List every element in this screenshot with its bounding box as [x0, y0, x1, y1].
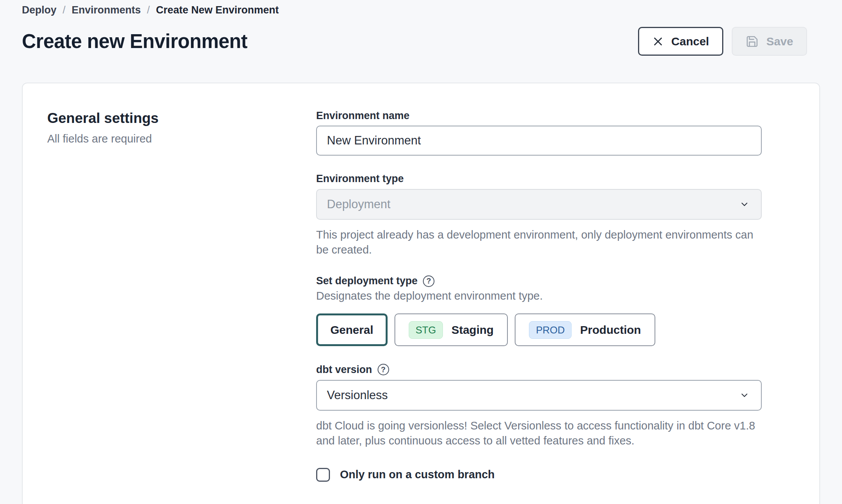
environment-name-field: Environment name [316, 110, 762, 156]
save-button[interactable]: Save [732, 27, 807, 56]
deployment-type-option-staging[interactable]: STG Staging [394, 313, 508, 346]
deployment-type-option-label: Production [580, 323, 641, 337]
breadcrumb-deploy[interactable]: Deploy [22, 4, 56, 16]
dbt-version-select[interactable]: Versionless [316, 380, 762, 411]
dbt-version-value: Versionless [327, 388, 388, 402]
staging-badge: STG [409, 321, 443, 339]
save-icon [746, 35, 759, 48]
page-header: Create new Environment Cancel [22, 27, 820, 56]
deployment-type-options: General STG Staging PROD Production [316, 313, 762, 346]
environment-type-field: Environment type Deployment This project… [316, 173, 762, 257]
dbt-version-field: dbt version ? Versionless dbt Cloud is g… [316, 364, 762, 449]
help-icon[interactable]: ? [378, 364, 389, 375]
page-title: Create new Environment [22, 30, 247, 53]
environment-name-input[interactable] [316, 126, 762, 156]
breadcrumb-environments[interactable]: Environments [72, 4, 141, 16]
general-settings-section: General settings All fields are required… [47, 110, 795, 482]
deployment-type-option-label: Staging [451, 323, 494, 337]
breadcrumb-separator: / [63, 4, 66, 16]
environment-name-label: Environment name [316, 110, 762, 121]
custom-branch-row[interactable]: Only run on a custom branch [316, 468, 762, 482]
breadcrumb: Deploy / Environments / Create New Envir… [22, 2, 820, 18]
production-badge: PROD [529, 321, 572, 339]
environment-type-help: This project already has a development e… [316, 227, 762, 258]
custom-branch-checkbox[interactable] [316, 468, 330, 482]
save-button-label: Save [766, 35, 793, 48]
deployment-type-field: Set deployment type ? Designates the dep… [316, 275, 762, 346]
close-icon [652, 36, 664, 47]
settings-card: General settings All fields are required… [22, 83, 820, 504]
deployment-type-description: Designates the deployment environment ty… [316, 288, 762, 303]
environment-type-label: Environment type [316, 173, 762, 184]
cancel-button-label: Cancel [671, 35, 709, 48]
section-heading-column: General settings All fields are required [47, 110, 316, 482]
environment-type-select: Deployment [316, 189, 762, 220]
header-actions: Cancel Save [638, 27, 807, 56]
page: Deploy / Environments / Create New Envir… [0, 0, 842, 504]
breadcrumb-current-page: Create New Environment [156, 4, 279, 16]
deployment-type-label: Set deployment type [316, 275, 418, 286]
deployment-type-option-general[interactable]: General [316, 313, 388, 346]
chevron-down-icon [739, 390, 749, 400]
environment-type-value: Deployment [327, 197, 390, 211]
section-subtitle: All fields are required [47, 133, 316, 145]
dbt-version-help: dbt Cloud is going versionless! Select V… [316, 418, 762, 449]
section-title: General settings [47, 110, 316, 126]
chevron-down-icon [739, 199, 749, 209]
cancel-button[interactable]: Cancel [638, 27, 723, 56]
deployment-type-option-label: General [330, 323, 373, 337]
deployment-type-option-production[interactable]: PROD Production [515, 313, 655, 346]
help-icon[interactable]: ? [423, 275, 434, 287]
breadcrumb-separator: / [147, 4, 150, 16]
environment-form: Environment name Environment type Deploy… [316, 110, 762, 482]
dbt-version-label: dbt version [316, 364, 372, 375]
custom-branch-label: Only run on a custom branch [340, 468, 495, 481]
